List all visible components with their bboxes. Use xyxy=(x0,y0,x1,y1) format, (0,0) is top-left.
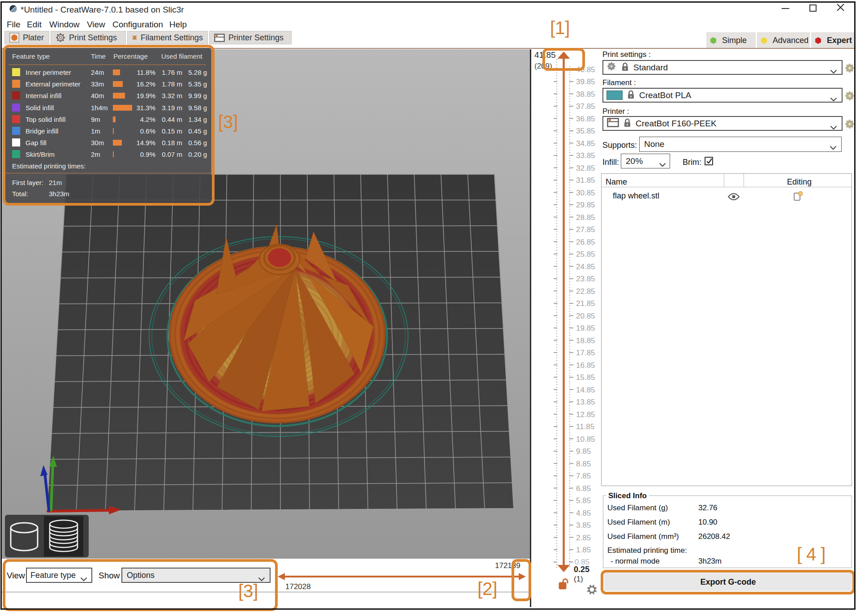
svg-text:23.85: 23.85 xyxy=(576,275,595,283)
svg-text:34.85: 34.85 xyxy=(576,139,595,148)
svg-text:31.85: 31.85 xyxy=(576,176,595,185)
svg-text:21.85: 21.85 xyxy=(576,299,595,308)
svg-text:28.85: 28.85 xyxy=(576,213,595,222)
svg-text:39.85: 39.85 xyxy=(576,78,595,86)
svg-text:14.85: 14.85 xyxy=(576,386,595,394)
svg-text:24.85: 24.85 xyxy=(576,263,595,271)
svg-text:3.85: 3.85 xyxy=(576,521,591,530)
svg-text:(1): (1) xyxy=(574,575,583,583)
svg-text:1.85: 1.85 xyxy=(576,546,591,554)
svg-text:10.85: 10.85 xyxy=(576,435,595,444)
svg-text:27.85: 27.85 xyxy=(576,225,595,234)
svg-text:7.85: 7.85 xyxy=(576,472,591,480)
svg-text:32.85: 32.85 xyxy=(576,164,595,172)
svg-text:20.85: 20.85 xyxy=(576,312,595,320)
svg-text:11.85: 11.85 xyxy=(576,422,594,431)
svg-text:16.85: 16.85 xyxy=(576,361,595,370)
svg-text:2.85: 2.85 xyxy=(576,534,591,542)
svg-text:36.85: 36.85 xyxy=(576,115,595,123)
svg-text:30.85: 30.85 xyxy=(576,189,595,197)
svg-text:37.85: 37.85 xyxy=(576,102,595,111)
svg-text:26.85: 26.85 xyxy=(576,238,595,246)
svg-text:19.85: 19.85 xyxy=(576,324,595,332)
svg-text:8.85: 8.85 xyxy=(576,460,591,468)
svg-text:4.85: 4.85 xyxy=(576,509,591,517)
svg-text:17.85: 17.85 xyxy=(576,349,595,357)
svg-text:9.85: 9.85 xyxy=(576,447,591,456)
svg-text:22.85: 22.85 xyxy=(576,287,595,296)
svg-text:29.85: 29.85 xyxy=(576,201,595,209)
svg-text:15.85: 15.85 xyxy=(576,373,595,382)
svg-text:18.85: 18.85 xyxy=(576,336,595,345)
svg-text:38.85: 38.85 xyxy=(576,90,595,99)
svg-text:25.85: 25.85 xyxy=(576,250,595,258)
svg-text:12.85: 12.85 xyxy=(576,410,595,419)
svg-text:6.85: 6.85 xyxy=(576,484,591,493)
svg-text:33.85: 33.85 xyxy=(576,151,595,160)
svg-text:13.85: 13.85 xyxy=(576,398,595,406)
svg-text:35.85: 35.85 xyxy=(576,127,595,135)
svg-text:0.25: 0.25 xyxy=(574,565,589,574)
svg-text:5.85: 5.85 xyxy=(576,496,591,505)
